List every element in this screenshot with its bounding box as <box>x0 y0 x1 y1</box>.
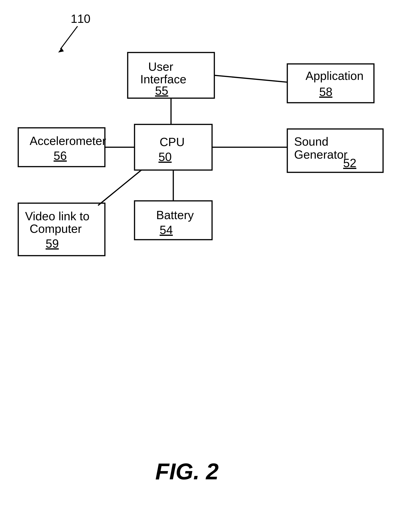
cpu-label: CPU <box>160 135 185 149</box>
battery-label: Battery <box>156 208 194 222</box>
video-link-number: 59 <box>45 237 59 250</box>
sound-generator-label: Sound <box>294 135 328 148</box>
ui-to-application-line <box>214 75 287 82</box>
application-number: 58 <box>319 85 332 98</box>
accelerometer-label: Accelerometer <box>30 134 106 147</box>
user-interface-number: 55 <box>155 84 168 97</box>
sound-generator-label2: Generator <box>294 148 347 161</box>
battery-number: 54 <box>160 223 173 237</box>
sound-generator-number: 52 <box>343 156 356 170</box>
cpu-number: 50 <box>158 150 172 163</box>
diagram-container: 110 User Interface 55 Application 58 CPU… <box>0 0 420 517</box>
accelerometer-number: 56 <box>53 149 67 162</box>
main-reference-number: 110 <box>71 12 90 25</box>
user-interface-label: User <box>148 60 173 73</box>
svg-line-0 <box>60 26 77 49</box>
cpu-to-video-line <box>98 170 141 205</box>
video-link-label2: Computer <box>30 222 82 235</box>
application-label: Application <box>306 69 363 82</box>
figure-label: FIG. 2 <box>155 459 219 484</box>
video-link-label: Video link to <box>25 209 89 223</box>
